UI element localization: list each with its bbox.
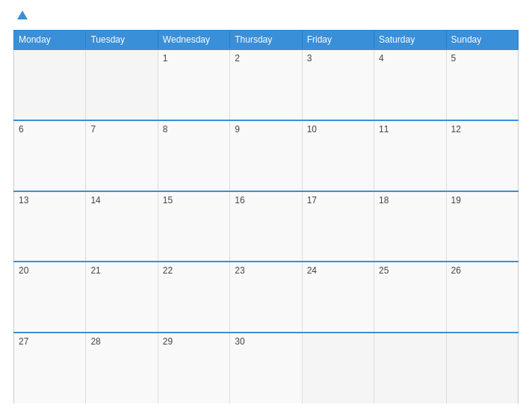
calendar-day-cell: 2 xyxy=(230,49,302,120)
calendar-day-cell: 5 xyxy=(446,49,518,120)
calendar-day-cell: 27 xyxy=(14,333,86,404)
day-number: 30 xyxy=(235,336,244,347)
calendar-day-cell: 12 xyxy=(446,120,518,191)
weekday-header-friday: Friday xyxy=(302,31,374,50)
day-number: 19 xyxy=(451,195,461,206)
day-number: 26 xyxy=(451,265,461,276)
calendar-day-cell: 20 xyxy=(14,262,86,333)
weekday-header-thursday: Thursday xyxy=(230,31,302,50)
day-number: 23 xyxy=(235,265,244,276)
day-number: 11 xyxy=(379,124,389,135)
calendar-day-cell: 30 xyxy=(230,333,302,404)
weekday-header-tuesday: Tuesday xyxy=(86,31,158,50)
calendar-day-cell xyxy=(446,333,518,404)
calendar-week-row: 12345 xyxy=(14,49,519,120)
calendar-day-cell: 29 xyxy=(158,333,229,404)
weekday-header-saturday: Saturday xyxy=(374,31,446,50)
calendar-week-row: 20212223242526 xyxy=(14,262,519,333)
calendar-day-cell xyxy=(86,49,158,120)
calendar-page: MondayTuesdayWednesdayThursdayFridaySatu… xyxy=(0,0,532,411)
day-number: 16 xyxy=(235,195,244,206)
calendar-day-cell: 14 xyxy=(86,191,158,262)
calendar-day-cell: 19 xyxy=(446,191,518,262)
weekday-header-sunday: Sunday xyxy=(446,31,518,50)
calendar-day-cell: 25 xyxy=(374,262,446,333)
calendar-day-cell: 7 xyxy=(86,120,158,191)
day-number: 21 xyxy=(90,265,100,276)
day-number: 8 xyxy=(163,124,168,135)
logo xyxy=(13,10,28,21)
calendar-day-cell: 28 xyxy=(86,333,158,404)
calendar-day-cell: 4 xyxy=(374,49,446,120)
calendar-day-cell: 18 xyxy=(374,191,446,262)
day-number: 18 xyxy=(379,195,389,206)
calendar-week-row: 13141516171819 xyxy=(14,191,519,262)
day-number: 6 xyxy=(19,124,24,135)
calendar-day-cell: 9 xyxy=(230,120,302,191)
day-number: 28 xyxy=(90,336,100,347)
calendar-day-cell: 24 xyxy=(302,262,374,333)
day-number: 15 xyxy=(163,195,173,206)
day-number: 29 xyxy=(163,336,173,347)
calendar-week-row: 6789101112 xyxy=(14,120,519,191)
calendar-day-cell: 15 xyxy=(158,191,229,262)
calendar-day-cell: 1 xyxy=(158,49,229,120)
calendar-day-cell: 22 xyxy=(158,262,229,333)
day-number: 25 xyxy=(379,265,389,276)
calendar-table: MondayTuesdayWednesdayThursdayFridaySatu… xyxy=(13,30,519,404)
day-number: 5 xyxy=(451,53,457,64)
day-number: 13 xyxy=(19,195,28,206)
calendar-week-row: 27282930 xyxy=(14,333,519,404)
weekday-header-monday: Monday xyxy=(14,31,86,50)
calendar-day-cell: 26 xyxy=(446,262,518,333)
day-number: 12 xyxy=(451,124,461,135)
calendar-day-cell: 3 xyxy=(302,49,374,120)
calendar-day-cell: 13 xyxy=(14,191,86,262)
day-number: 7 xyxy=(90,124,96,135)
calendar-day-cell: 8 xyxy=(158,120,229,191)
day-number: 2 xyxy=(235,53,240,64)
day-number: 20 xyxy=(19,265,28,276)
calendar-day-cell xyxy=(302,333,374,404)
calendar-day-cell: 16 xyxy=(230,191,302,262)
weekday-header-wednesday: Wednesday xyxy=(158,31,229,50)
calendar-header xyxy=(13,7,519,24)
day-number: 4 xyxy=(379,53,384,64)
day-number: 10 xyxy=(307,124,317,135)
calendar-day-cell: 23 xyxy=(230,262,302,333)
day-number: 22 xyxy=(163,265,173,276)
day-number: 3 xyxy=(307,53,312,64)
calendar-day-cell: 11 xyxy=(374,120,446,191)
day-number: 24 xyxy=(307,265,317,276)
calendar-day-cell: 21 xyxy=(86,262,158,333)
calendar-day-cell: 17 xyxy=(302,191,374,262)
day-number: 27 xyxy=(19,336,28,347)
calendar-day-cell xyxy=(374,333,446,404)
calendar-day-cell xyxy=(14,49,86,120)
day-number: 17 xyxy=(307,195,317,206)
calendar-day-cell: 10 xyxy=(302,120,374,191)
calendar-day-cell: 6 xyxy=(14,120,86,191)
day-number: 9 xyxy=(235,124,240,135)
weekday-header-row: MondayTuesdayWednesdayThursdayFridaySatu… xyxy=(14,31,519,50)
day-number: 14 xyxy=(90,195,100,206)
day-number: 1 xyxy=(163,53,168,64)
logo-triangle-icon xyxy=(17,10,28,19)
